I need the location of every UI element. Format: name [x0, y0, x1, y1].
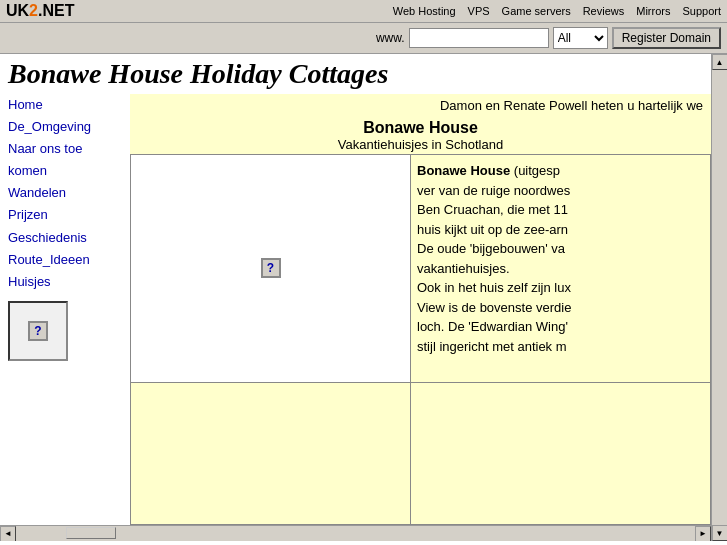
- bonawe-subtitle: Bonawe House Vakantiehuisjes in Schotlan…: [130, 117, 711, 154]
- image-inner-top: ?: [131, 155, 410, 382]
- domain-input[interactable]: [409, 28, 549, 48]
- table-row-bottom: [131, 382, 711, 524]
- sidebar-link-huisjes[interactable]: Huisjes: [8, 271, 122, 293]
- sidebar-link-wandelen[interactable]: Wandelen: [8, 182, 122, 204]
- nav-reviews[interactable]: Reviews: [583, 5, 625, 17]
- main-content-area: Damon en Renate Powell heten u hartelijk…: [130, 94, 711, 525]
- scroll-left-button[interactable]: ◄: [0, 526, 16, 542]
- main-wrapper: Bonawe House Holiday Cottages Home De_Om…: [0, 54, 727, 541]
- sidebar-link-prijzen[interactable]: Prijzen: [8, 204, 122, 226]
- horizontal-scroll-track[interactable]: [16, 526, 695, 542]
- nav-support[interactable]: Support: [682, 5, 721, 17]
- register-domain-button[interactable]: Register Domain: [612, 27, 721, 49]
- domain-label: www.: [376, 31, 405, 45]
- image-cell-top: ?: [131, 155, 411, 383]
- main-image-icon: ?: [261, 258, 281, 278]
- sidebar: Home De_Omgeving Naar ons toe komen Wand…: [0, 94, 130, 525]
- scroll-down-button[interactable]: ▼: [712, 525, 728, 541]
- top-nav-bar: UK2.NET Web Hosting VPS Game servers Rev…: [0, 0, 727, 23]
- domain-bar: www. All .com .net .co.uk Register Domai…: [0, 23, 727, 54]
- text-cell-top: Bonawe House (uitgesp ver van de ruige n…: [411, 155, 711, 383]
- nav-vps[interactable]: VPS: [468, 5, 490, 17]
- bottom-cell-left: [131, 382, 411, 524]
- domain-select[interactable]: All .com .net .co.uk: [553, 27, 608, 49]
- sidebar-image: ?: [8, 301, 68, 361]
- body-text-bold: Bonawe House: [417, 163, 510, 178]
- vertical-scrollbar: ▲ ▼: [711, 54, 727, 541]
- page-title: Bonawe House Holiday Cottages: [8, 58, 703, 90]
- sidebar-link-route[interactable]: Route_Ideeen: [8, 249, 122, 271]
- welcome-text: Damon en Renate Powell heten u hartelijk…: [130, 94, 711, 117]
- table-row-top: ? Bonawe House (uitgesp ver van de ruige…: [131, 155, 711, 383]
- sidebar-link-geschiedenis[interactable]: Geschiedenis: [8, 227, 122, 249]
- bottom-cell-right: [411, 382, 711, 524]
- content-row: Home De_Omgeving Naar ons toe komen Wand…: [0, 94, 711, 525]
- vertical-scroll-track[interactable]: [712, 70, 728, 525]
- sidebar-link-omgeving[interactable]: De_Omgeving: [8, 116, 122, 138]
- horizontal-scroll-thumb[interactable]: [66, 527, 116, 539]
- bonawe-tagline: Vakantiehuisjes in Schotland: [138, 137, 703, 152]
- scroll-right-button[interactable]: ►: [695, 526, 711, 542]
- sidebar-question-icon: ?: [28, 321, 48, 341]
- sidebar-link-naar[interactable]: Naar ons toe komen: [8, 138, 122, 182]
- bottom-scrollbar: ◄ ►: [0, 525, 711, 541]
- nav-links: Web Hosting VPS Game servers Reviews Mir…: [393, 5, 721, 17]
- logo[interactable]: UK2.NET: [6, 2, 74, 20]
- nav-web-hosting[interactable]: Web Hosting: [393, 5, 456, 17]
- scroll-up-button[interactable]: ▲: [712, 54, 728, 70]
- bonawe-house-title: Bonawe House: [138, 119, 703, 137]
- sidebar-link-home[interactable]: Home: [8, 94, 122, 116]
- nav-game-servers[interactable]: Game servers: [502, 5, 571, 17]
- nav-mirrors[interactable]: Mirrors: [636, 5, 670, 17]
- page-content: Bonawe House Holiday Cottages Home De_Om…: [0, 54, 711, 541]
- page-header: Bonawe House Holiday Cottages: [0, 54, 711, 94]
- content-table: ? Bonawe House (uitgesp ver van de ruige…: [130, 154, 711, 525]
